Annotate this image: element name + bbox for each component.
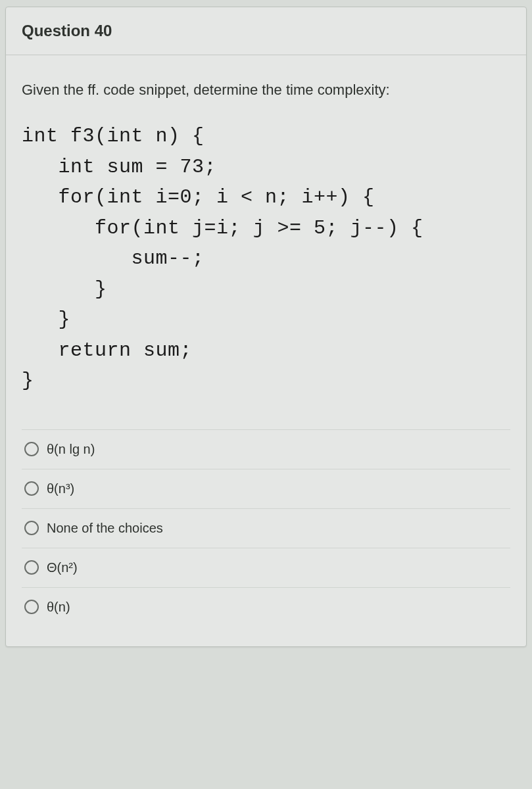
- option-5[interactable]: θ(n): [22, 587, 510, 627]
- option-1[interactable]: θ(n lg n): [22, 429, 510, 469]
- question-body: Given the ff. code snippet, determine th…: [6, 55, 526, 646]
- question-prompt: Given the ff. code snippet, determine th…: [22, 82, 510, 99]
- options-list: θ(n lg n) θ(n³) None of the choices Θ(n²…: [22, 429, 510, 627]
- question-title: Question 40: [22, 22, 510, 40]
- question-card: Question 40 Given the ff. code snippet, …: [5, 7, 527, 647]
- option-3[interactable]: None of the choices: [22, 508, 510, 548]
- radio-icon: [24, 521, 39, 535]
- option-label: θ(n): [47, 600, 70, 615]
- radio-icon: [24, 442, 39, 456]
- question-header: Question 40: [6, 7, 526, 55]
- option-label: θ(n³): [47, 481, 74, 496]
- option-4[interactable]: Θ(n²): [22, 548, 510, 587]
- option-label: None of the choices: [47, 521, 163, 536]
- radio-icon: [24, 600, 39, 614]
- option-label: Θ(n²): [47, 560, 78, 575]
- code-snippet: int f3(int n) { int sum = 73; for(int i=…: [22, 121, 510, 396]
- option-label: θ(n lg n): [47, 442, 95, 457]
- radio-icon: [24, 481, 39, 496]
- radio-icon: [24, 560, 39, 575]
- option-2[interactable]: θ(n³): [22, 469, 510, 508]
